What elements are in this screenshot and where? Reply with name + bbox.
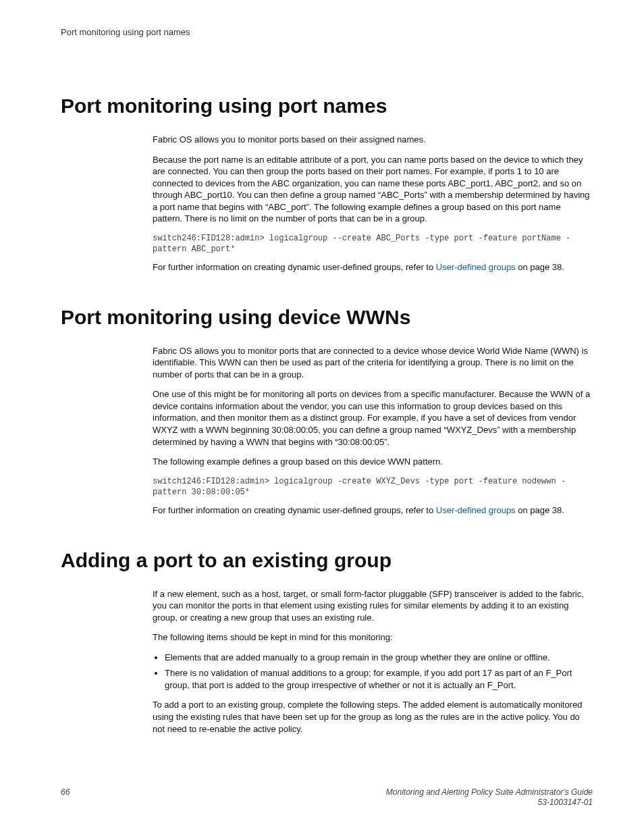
paragraph: One use of this might be for monitoring … [153,388,593,448]
section-adding-port: Adding a port to an existing group If a … [61,549,593,735]
paragraph: Fabric OS allows you to monitor ports th… [153,345,593,381]
paragraph: For further information on creating dyna… [153,504,593,517]
paragraph: Because the port name is an editable att… [153,154,593,225]
footer-guide-title: Monitoring and Alerting Policy Suite Adm… [386,787,593,797]
heading-device-wwns: Port monitoring using device WWNs [61,306,593,329]
heading-port-names: Port monitoring using port names [61,95,593,118]
heading-adding-port: Adding a port to an existing group [61,549,593,572]
list-item: There is no validation of manual additio… [165,667,593,691]
main-content: Port monitoring using port names Fabric … [61,95,593,743]
footer: 66 Monitoring and Alerting Policy Suite … [61,787,593,808]
paragraph: For further information on creating dyna… [153,261,593,273]
section-device-wwns: Port monitoring using device WWNs Fabric… [61,306,593,517]
page-number: 66 [61,787,70,797]
bullet-list: Elements that are added manually to a gr… [153,652,593,692]
text: For further information on creating dyna… [153,262,436,272]
running-header: Port monitoring using port names [61,27,190,37]
section-port-names: Port monitoring using port names Fabric … [61,95,593,273]
code-block: switch246:FID128:admin> logicalgroup --c… [153,233,593,255]
text: on page 38. [516,262,564,272]
paragraph: The following items should be kept in mi… [153,631,593,644]
code-block: switch1246:FID128:admin> logicalgroup -c… [153,476,593,498]
paragraph: Fabric OS allows you to monitor ports ba… [153,134,593,146]
text: on page 38. [516,505,564,515]
text: For further information on creating dyna… [153,505,436,515]
list-item: Elements that are added manually to a gr… [165,652,593,664]
paragraph: If a new element, such as a host, target… [153,588,593,624]
footer-doc-number: 53-1003147-01 [538,798,593,807]
link-user-defined-groups[interactable]: User-defined groups [436,505,516,515]
paragraph: To add a port to an existing group, comp… [153,699,593,735]
paragraph: The following example defines a group ba… [153,456,593,468]
link-user-defined-groups[interactable]: User-defined groups [436,262,516,272]
